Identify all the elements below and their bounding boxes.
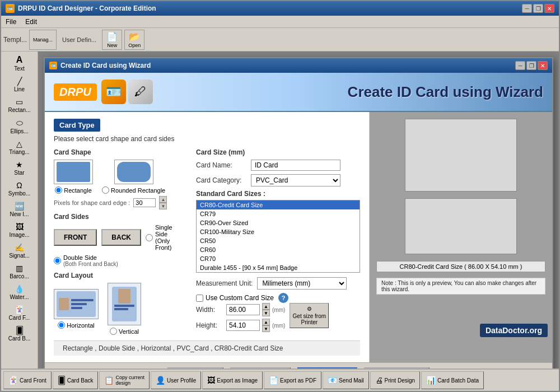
print-design-taskbar-button[interactable]: 🖨 Print Design [370,371,420,389]
send-mail-taskbar-button[interactable]: 📧 Send Mail [323,371,368,389]
restore-button[interactable]: ❐ [533,4,543,13]
vertical-radio[interactable] [110,328,117,335]
horizontal-radio[interactable] [58,321,65,329]
single-side-radio[interactable]: Single Side (Only Front) [146,224,183,251]
triangle-tool[interactable]: △ Triang... [2,137,36,157]
image-tool[interactable]: 🖼 Image... [2,220,36,240]
rounded-shape-box[interactable] [114,160,153,184]
sizes-list[interactable]: CR80-Credit Card Size CR79 CR90-Over Siz… [196,200,360,273]
card-batch-taskbar-button[interactable]: 📊 Card Batch Data [421,371,484,389]
size-cr79[interactable]: CR79 [197,209,360,218]
image-icon: 🖼 [16,222,24,231]
top-form-row: Card Shape Rectangle [54,148,360,335]
back-button[interactable]: BACK [101,229,141,246]
rectangle-shape-box[interactable] [54,160,93,184]
card-front-taskbar-label: Card Front [20,377,46,384]
card-name-input[interactable] [251,160,340,171]
back-button[interactable]: ← Back [230,367,291,368]
measurement-select[interactable]: Milimeters (mm) Inches (in) Pixels (px) [257,277,347,290]
menu-edit[interactable]: Edit [23,17,39,26]
card-front-tool[interactable]: 🃏 Card F... [2,303,36,323]
pixels-up-button[interactable]: ▲ [159,196,167,203]
wizard-logo-area: DRPU 🪪 🖊 [54,80,153,104]
wizard-close-button[interactable]: ✕ [538,61,548,70]
menu-file[interactable]: File [3,17,18,26]
star-tool[interactable]: ★ Star [2,158,36,178]
rectangle-radio-label[interactable]: Rectangle [55,186,92,194]
get-size-label: Get size from Printer [292,313,326,325]
wizard-titlebar-left: 🪪 Create ID Card using Wizard [49,62,151,69]
card-type-subtitle: Please select card shape and card sides [54,135,360,143]
new-item-tool[interactable]: 🆕 New I... [2,199,36,220]
watermark-tool-label: Water... [10,294,29,300]
wizard-card-icon: 🪪 [101,80,126,104]
close-button[interactable]: ✕ [544,4,554,13]
open-button[interactable]: 📂 Open [124,30,144,50]
card-layout-section: Card Layout [54,272,183,335]
help-button[interactable]: ? Help [167,367,223,368]
double-side-radio[interactable]: Double Side (Both Front and Back) [54,254,183,267]
wizard-restore-button[interactable]: ❐ [526,61,536,70]
watermark-tool[interactable]: 💧 Water... [2,282,36,302]
signature-tool[interactable]: ✍ Signat... [2,241,36,261]
front-button[interactable]: FRONT [54,229,97,246]
get-size-button[interactable]: ⚙ Get size from Printer [290,303,329,328]
card-front-taskbar-button[interactable]: 🃏 Card Front [3,371,52,389]
wizard-minimize-button[interactable]: ─ [515,61,525,70]
card-layout-title: Card Layout [54,272,183,279]
size-cr90[interactable]: CR90-Over Sized [197,218,360,227]
height-up-button[interactable]: ▲ [262,319,270,325]
new-button[interactable]: 📄 New [102,30,122,50]
card-batch-taskbar-label: Card Batch Data [437,377,479,384]
custom-size-checkbox-label[interactable]: Use Custom Card Size [196,294,274,302]
vertical-radio-label[interactable]: Vertical [110,328,139,335]
width-down-button[interactable]: ▼ [262,310,270,316]
card-category-select[interactable]: PVC_Card Paper_Card Plastic_Card [251,174,340,186]
cancel-button[interactable]: ✕ Cancel [364,367,430,368]
horizontal-layout-preview[interactable] [54,289,99,319]
left-sidebar: A Text ╱ Line ▭ Rectan... ⬭ Ellips... △ … [1,52,38,368]
symbol-tool[interactable]: Ω Symbo... [2,179,36,199]
ellipse-tool[interactable]: ⬭ Ellips... [2,116,36,137]
card-back-taskbar-button[interactable]: 🂠 Card Back [53,371,99,389]
rectangle-radio[interactable] [55,186,62,194]
minimize-button[interactable]: ─ [522,4,532,13]
size-durable1455[interactable]: Durable 1455 - [90 x 54 mm] Badge [197,263,360,272]
card-type-header: Card Type [54,119,100,132]
line-tool[interactable]: ╱ Line [2,74,36,95]
vertical-layout-preview[interactable] [108,283,141,325]
single-side-input[interactable] [146,234,153,241]
rounded-radio-label[interactable]: Rounded Rectangle [102,186,165,194]
height-down-button[interactable]: ▼ [262,325,270,332]
export-image-taskbar-button[interactable]: 🖼 Export as Image [202,371,263,389]
size-cr50[interactable]: CR50 [197,236,360,245]
manage-button[interactable]: Manag... [29,30,57,50]
size-cr100[interactable]: CR100-Military Size [197,227,360,236]
rectangle-tool[interactable]: ▭ Rectan... [2,95,36,115]
barcode-tool[interactable]: ▥ Barco... [2,262,36,282]
card-shape-section: Card Shape Rectangle [54,148,183,335]
size-cr60[interactable]: CR60 [197,245,360,254]
pixels-input[interactable] [133,198,156,207]
double-side-input[interactable] [54,257,61,264]
copy-design-taskbar-button[interactable]: 📋 Copy currentdesign [99,371,150,389]
width-up-button[interactable]: ▲ [262,303,270,310]
height-input[interactable] [226,320,260,331]
pixels-label: Pixels for shape card edge : [54,199,130,206]
export-pdf-taskbar-button[interactable]: 📄 Export as PDF [264,371,321,389]
next-button[interactable]: Next → [297,367,357,368]
size-durable1456[interactable]: Durable 1456 - [90 x 60 mm] Badge [197,272,360,273]
pixels-down-button[interactable]: ▼ [159,203,167,209]
user-profile-taskbar-button[interactable]: 👤 User Profile [151,371,201,389]
text-tool[interactable]: A Text [2,53,36,74]
width-input[interactable] [226,304,260,315]
horizontal-radio-label[interactable]: Horizontal [58,321,95,329]
custom-size-checkbox[interactable] [196,295,203,302]
star-icon: ★ [16,160,23,169]
help-icon[interactable]: ? [278,293,288,303]
text-tool-label: Text [14,66,24,72]
size-cr80[interactable]: CR80-Credit Card Size [197,200,360,209]
size-cr70[interactable]: CR70 [197,254,360,263]
card-back-tool[interactable]: 🂠 Card B... [2,324,36,344]
rounded-radio[interactable] [102,186,109,194]
